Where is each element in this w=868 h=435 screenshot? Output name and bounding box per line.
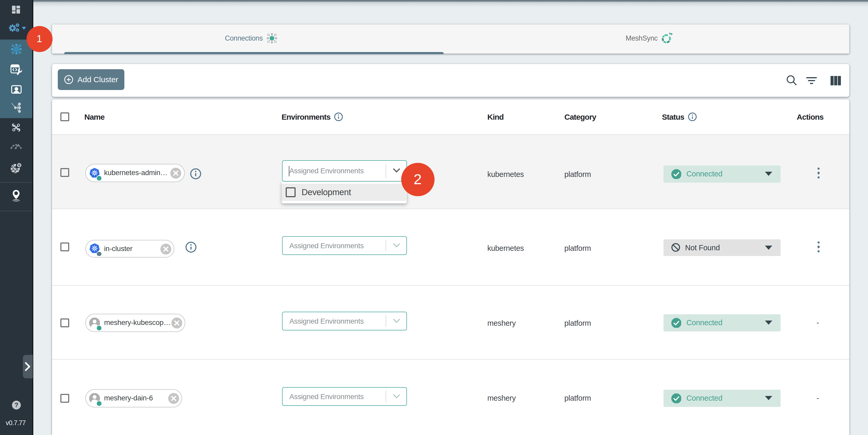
svg-text:?: ? [14,401,18,408]
